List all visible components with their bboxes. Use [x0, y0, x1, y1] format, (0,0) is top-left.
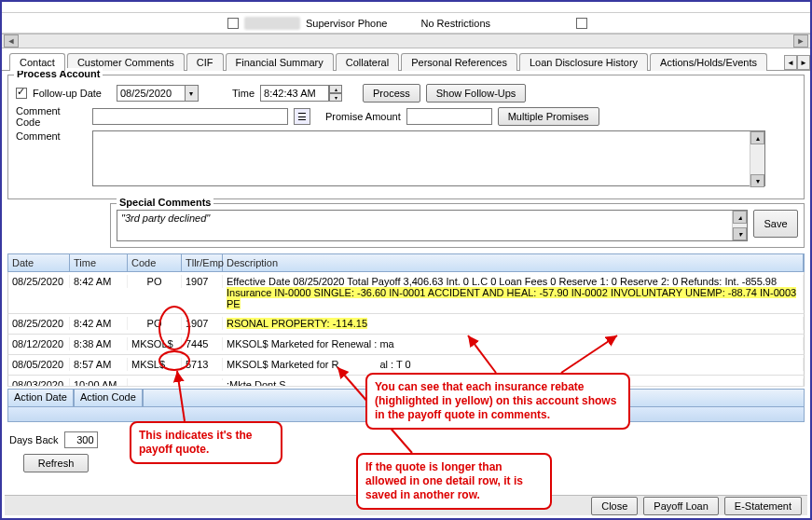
- cell-time: 8:42 AM: [70, 317, 128, 330]
- tab-scroll-left-icon[interactable]: ◄: [784, 55, 797, 70]
- grid-header-row: Date Time Code Tllr/Emp Description: [7, 253, 805, 272]
- special-comments-title: Special Comments: [117, 197, 213, 208]
- time-input[interactable]: [260, 85, 329, 102]
- time-spin-up-icon[interactable]: ▴: [329, 85, 342, 93]
- close-button[interactable]: Close: [591, 497, 638, 515]
- table-row[interactable]: 08/25/2020 8:42 AM PO 1907 RSONAL PROPER…: [7, 314, 805, 335]
- comment-code-lookup-icon[interactable]: ☰: [294, 108, 310, 125]
- cell-code: PO: [128, 317, 182, 330]
- table-row[interactable]: 08/25/2020 8:42 AM PO 1907 Effective Dat…: [7, 272, 805, 314]
- cell-desc: MKSOL$ Marketed for Ral : T 0: [223, 358, 804, 371]
- checkbox-1[interactable]: [227, 18, 239, 29]
- refresh-button[interactable]: Refresh: [23, 454, 89, 472]
- cell-emp: [182, 378, 223, 380]
- cell-emp: 1907: [182, 275, 223, 288]
- tab-actions-holds-events[interactable]: Actions/Holds/Events: [650, 53, 767, 71]
- annotation-box-3: If the quote is longer than allowed in o…: [356, 453, 552, 510]
- followup-checkbox[interactable]: ✓: [16, 88, 27, 99]
- tab-cif[interactable]: CIF: [186, 53, 224, 71]
- desc-text: Effective Date 08/25/2020 Total Payoff 3…: [227, 276, 777, 287]
- special-scroll-up-icon[interactable]: ▴: [733, 211, 747, 224]
- tab-financial-summary[interactable]: Financial Summary: [226, 53, 334, 71]
- window-top-edge: [2, 2, 810, 13]
- date-dropdown-icon[interactable]: ▾: [186, 85, 199, 102]
- annotation-box-1: This indicates it's the payoff quote.: [130, 421, 282, 464]
- cell-emp: 5713: [182, 358, 223, 371]
- tab-collateral[interactable]: Collateral: [336, 53, 399, 71]
- cell-time: 10:00 AM: [70, 378, 128, 387]
- table-row[interactable]: 08/12/2020 8:38 AM MKSOL$ 7445 MKSOL$ Ma…: [7, 335, 805, 355]
- desc-text: MKSOL$ Marketed for R: [227, 359, 338, 370]
- cell-date: 08/25/2020: [8, 317, 70, 330]
- col-header-emp[interactable]: Tllr/Emp: [182, 254, 223, 271]
- comments-grid: Date Time Code Tllr/Emp Description 08/2…: [7, 253, 805, 387]
- checkbox-2[interactable]: [576, 18, 587, 29]
- cell-code: MKSL$: [128, 358, 182, 371]
- cell-date: 08/12/2020: [8, 337, 70, 350]
- special-scroll-down-icon[interactable]: ▾: [733, 227, 747, 240]
- desc-highlight: Insurance IN-0000 SINGLE: -36.60 IN-0001…: [227, 287, 796, 309]
- col-header-time[interactable]: Time: [70, 254, 128, 271]
- days-back-label: Days Back: [9, 434, 59, 445]
- tab-personal-references[interactable]: Personal References: [401, 53, 517, 71]
- col-header-code[interactable]: Code: [128, 254, 182, 271]
- comment-code-input[interactable]: [92, 108, 288, 125]
- promise-amount-label: Promise Amount: [325, 111, 401, 122]
- cell-desc: MKSOL$ Marketed for Renewal : ma: [223, 337, 804, 350]
- cell-date: 08/25/2020: [8, 275, 70, 288]
- process-account-group: Process Account ✓ Follow-up Date ▾ Time …: [7, 75, 805, 199]
- comment-scroll-down-icon[interactable]: ▾: [750, 174, 764, 187]
- annotation-box-2: You can see that each insurance rebate (…: [365, 373, 630, 430]
- cell-date: 08/03/2020: [8, 378, 70, 387]
- col-header-date[interactable]: Date: [8, 254, 70, 271]
- comment-label: Comment: [16, 130, 87, 142]
- cell-desc: Effective Date 08/25/2020 Total Payoff 3…: [223, 275, 804, 310]
- multiple-promises-button[interactable]: Multiple Promises: [498, 107, 599, 126]
- special-comments-group: Special Comments "3rd party declined" ▴ …: [110, 203, 805, 248]
- e-statement-button[interactable]: E-Statement: [724, 497, 802, 515]
- tab-loan-disclosure-history[interactable]: Loan Disclosure History: [519, 53, 648, 71]
- cell-time: 8:38 AM: [70, 337, 128, 350]
- no-restrictions-label: No Restrictions: [420, 18, 490, 29]
- cell-code: MKSOL$: [128, 337, 182, 350]
- cell-time: 8:57 AM: [70, 358, 128, 371]
- horizontal-scrollbar[interactable]: ◄ ►: [2, 34, 810, 48]
- cell-code: [128, 378, 182, 380]
- tab-scroll-right-icon[interactable]: ►: [797, 55, 810, 70]
- tab-contact[interactable]: Contact: [9, 53, 65, 71]
- cell-date: 08/05/2020: [8, 358, 70, 371]
- comment-textarea[interactable]: [92, 130, 765, 186]
- payoff-loan-button[interactable]: Payoff Loan: [643, 497, 719, 515]
- promise-amount-input[interactable]: [406, 108, 492, 125]
- supervisor-phone-label: Supervisor Phone: [306, 18, 387, 29]
- cell-emp: 1907: [182, 317, 223, 330]
- save-button[interactable]: Save: [753, 210, 798, 238]
- scroll-right-icon[interactable]: ►: [793, 34, 808, 48]
- cell-desc: RSONAL PROPERTY: -114.15: [223, 317, 804, 330]
- followup-date-label: Follow-up Date: [33, 88, 102, 99]
- scroll-left-icon[interactable]: ◄: [4, 34, 19, 48]
- desc-text-tail: al : T 0: [379, 359, 410, 370]
- redacted-field: [244, 17, 300, 30]
- days-back-input[interactable]: [64, 431, 98, 448]
- top-info-row: Supervisor Phone No Restrictions: [2, 13, 810, 34]
- col-header-action-code[interactable]: Action Code: [74, 389, 143, 407]
- process-button[interactable]: Process: [363, 84, 420, 103]
- desc-highlight: RSONAL PROPERTY: -114.15: [227, 318, 367, 329]
- show-followups-button[interactable]: Show Follow-Ups: [426, 84, 527, 103]
- col-header-desc[interactable]: Description: [223, 254, 804, 271]
- cell-code: PO: [128, 275, 182, 288]
- cell-emp: 7445: [182, 337, 223, 350]
- col-header-action-date[interactable]: Action Date: [7, 389, 74, 407]
- time-label: Time: [232, 88, 255, 99]
- comment-scroll-up-icon[interactable]: ▴: [750, 131, 764, 144]
- tab-bar: Contact Customer Comments CIF Financial …: [2, 48, 810, 71]
- followup-date-input[interactable]: [117, 85, 186, 102]
- comment-code-label: Comment Code: [16, 105, 87, 128]
- cell-time: 8:42 AM: [70, 275, 128, 288]
- special-comments-text[interactable]: "3rd party declined": [121, 212, 210, 224]
- time-spin-down-icon[interactable]: ▾: [329, 93, 342, 102]
